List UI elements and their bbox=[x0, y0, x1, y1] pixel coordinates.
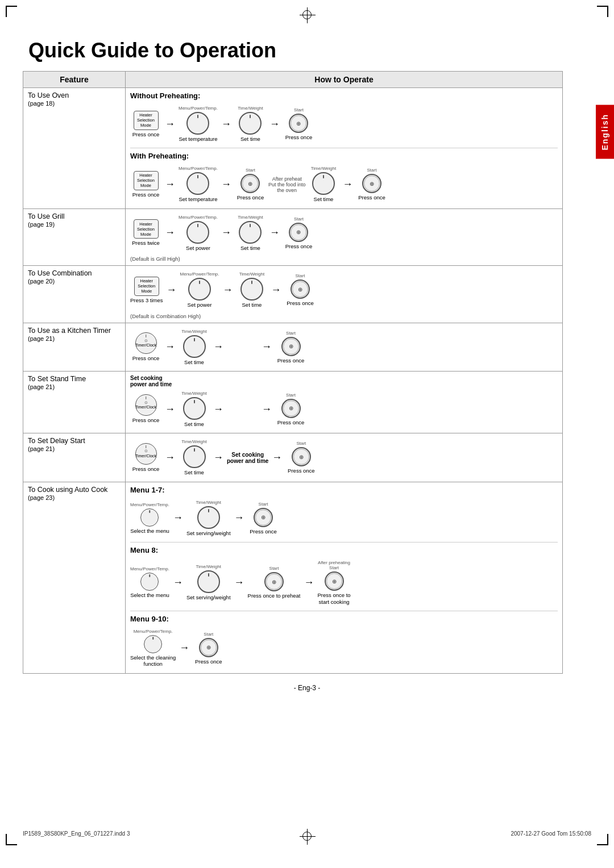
table-row: To Set Stand Time(page 21) Set cookingpo… bbox=[23, 371, 563, 433]
step-item: HeaterSelection Mode Press 3 times bbox=[130, 277, 163, 303]
arrow-icon: → bbox=[173, 577, 183, 589]
step-item: Time/Weight Set time bbox=[308, 166, 339, 202]
feature-cell: To Set Stand Time(page 21) bbox=[23, 371, 126, 433]
arrow-icon: → bbox=[221, 118, 231, 130]
language-tab: English bbox=[596, 105, 614, 159]
feature-cell: To Set Delay Start(page 21) bbox=[23, 433, 126, 482]
arrow-icon: → bbox=[165, 118, 175, 130]
arrow-icon: → bbox=[165, 403, 175, 415]
feature-page: (page 23) bbox=[28, 494, 55, 501]
feature-label: To Use Oven bbox=[28, 91, 69, 99]
step-item: Time/Weight Set time bbox=[179, 439, 210, 475]
page-title: Quick Guide to Operation bbox=[28, 39, 591, 62]
operation-cell: Menu 1-7: Menu/Power/Temp. Select the me… bbox=[126, 482, 563, 673]
feature-label: To Cook using Auto Cook bbox=[28, 486, 107, 494]
operation-cell: ⊙ Timer/Clock Press once → Time/Weight S… bbox=[126, 433, 563, 482]
feature-label: To Use as a Kitchen Timer bbox=[28, 327, 111, 335]
barcode-left bbox=[23, 17, 34, 34]
step-item: HeaterSelection Mode Press once bbox=[130, 111, 161, 137]
step-item: ⊙ Timer/Clock Press once bbox=[130, 332, 161, 361]
step-item: Menu/Power/Temp. Select the cleaningfunc… bbox=[130, 629, 176, 667]
table-row: To Use Combination(page 20) HeaterSelect… bbox=[23, 266, 563, 323]
arrow-icon: → bbox=[304, 577, 314, 589]
arrow-icon: → bbox=[262, 341, 272, 353]
feature-page: (page 18) bbox=[28, 100, 55, 107]
arrow-icon: → bbox=[165, 227, 175, 239]
arrow-icon: → bbox=[234, 512, 244, 524]
feature-cell: To Use as a Kitchen Timer(page 21) bbox=[23, 323, 126, 371]
col-feature-header: Feature bbox=[23, 72, 126, 88]
step-item: Start ⊕ Press once bbox=[235, 168, 266, 201]
arrow-icon: → bbox=[213, 452, 223, 464]
feature-page: (page 19) bbox=[28, 221, 55, 228]
feature-label: To Use Combination bbox=[28, 269, 92, 277]
step-item: Menu/Power/Temp. Select the menu bbox=[130, 566, 169, 598]
footer-bar: IP1589_38S80KP_Eng_06_071227.indd 3 2007… bbox=[23, 831, 591, 837]
table-row: To Cook using Auto Cook(page 23)Menu 1-7… bbox=[23, 482, 563, 673]
feature-page: (page 20) bbox=[28, 278, 55, 285]
footer-right: 2007-12-27 Good Tom 15:50:08 bbox=[511, 831, 591, 837]
operation-cell: Without Preheating: HeaterSelection Mode… bbox=[126, 88, 563, 209]
step-item: Start ⊕ Press once bbox=[248, 502, 279, 535]
step-item: Start ⊕ Press once bbox=[193, 632, 224, 665]
arrow-icon: → bbox=[165, 452, 175, 464]
footer-left: IP1589_38S80KP_Eng_06_071227.indd 3 bbox=[23, 831, 130, 837]
main-content: English Feature How to Operate To Use Ov… bbox=[23, 71, 591, 674]
step-item: Start ⊕ Press once bbox=[283, 107, 314, 140]
step-item: Start ⊕ Press once bbox=[285, 441, 317, 474]
guide-table: Feature How to Operate To Use Oven(page … bbox=[23, 71, 563, 674]
feature-cell: To Cook using Auto Cook(page 23) bbox=[23, 482, 126, 673]
arrow-icon: → bbox=[269, 227, 280, 239]
step-item: After preheatingStart ⊕ Press once tosta… bbox=[318, 560, 351, 605]
step-item: Start ⊕ Press once bbox=[283, 216, 314, 249]
feature-page: (page 21) bbox=[28, 383, 55, 390]
table-row: To Use Oven(page 18)Without Preheating: … bbox=[23, 88, 563, 209]
step-item: ⊙ Timer/Clock Press once bbox=[130, 394, 161, 423]
step-item: Time/Weight Set serving/weight bbox=[186, 564, 231, 600]
operation-cell: Set cookingpower and time ⊙ Timer/Clock … bbox=[126, 371, 563, 433]
table-row: To Use as a Kitchen Timer(page 21) ⊙ Tim… bbox=[23, 323, 563, 371]
feature-page: (page 21) bbox=[28, 335, 55, 342]
feature-cell: To Use Grill(page 19) bbox=[23, 208, 126, 265]
step-item: Start ⊕ Press once bbox=[275, 393, 306, 425]
step-item: HeaterSelection Mode Press twice bbox=[130, 219, 161, 246]
arrow-icon: → bbox=[165, 178, 175, 190]
step-item: Time/Weight Set time bbox=[236, 272, 267, 308]
feature-label: To Set Delay Start bbox=[28, 437, 85, 445]
step-item: Set cookingpower and time bbox=[227, 452, 268, 464]
step-item: Menu/Power/Temp. Set power bbox=[179, 215, 218, 251]
arrow-icon: → bbox=[271, 284, 281, 296]
step-item: Start ⊕ Press once to preheat bbox=[248, 566, 301, 599]
arrow-icon: → bbox=[213, 403, 223, 415]
feature-label: To Use Grill bbox=[28, 212, 65, 220]
step-item: Menu/Power/Temp. Set temperature bbox=[179, 106, 218, 142]
step-item: Menu/Power/Temp. Set temperature bbox=[179, 166, 218, 202]
step-item: Start ⊕ Press once bbox=[356, 168, 387, 201]
section-label: Without Preheating: bbox=[130, 91, 558, 100]
step-item: ⊙ Timer/Clock Press once bbox=[130, 443, 161, 472]
arrow-icon: → bbox=[234, 577, 244, 589]
step-item: After preheatPut the food intothe oven bbox=[268, 176, 306, 193]
operation-cell: HeaterSelection Mode Press 3 times → Men… bbox=[126, 266, 563, 323]
arrow-icon: → bbox=[262, 403, 272, 415]
feature-cell: To Use Combination(page 20) bbox=[23, 266, 126, 323]
table-row: To Use Grill(page 19) HeaterSelection Mo… bbox=[23, 208, 563, 265]
section-label: Menu 8: bbox=[130, 546, 558, 554]
table-row: To Set Delay Start(page 21) ⊙ Timer/Cloc… bbox=[23, 433, 563, 482]
step-item: HeaterSelection Mode Press once bbox=[130, 171, 161, 198]
step-item: Time/Weight Set serving/weight bbox=[186, 500, 231, 536]
barcode-right bbox=[580, 17, 591, 34]
step-item: Time/Weight Set time bbox=[179, 391, 210, 427]
step-item: Time/Weight Set time bbox=[235, 215, 266, 251]
arrow-icon: → bbox=[167, 284, 177, 296]
feature-label: To Set Stand Time bbox=[28, 375, 86, 383]
section-label: With Preheating: bbox=[130, 152, 558, 160]
step-item: Start ⊕ Press once bbox=[284, 273, 316, 306]
footer-center: - Eng-3 - bbox=[23, 684, 591, 692]
col-how-header: How to Operate bbox=[126, 72, 563, 88]
step-item: Time/Weight Set time bbox=[179, 329, 210, 365]
section-label: Menu 1-7: bbox=[130, 486, 558, 494]
arrow-icon: → bbox=[173, 512, 183, 524]
arrow-icon: → bbox=[179, 642, 189, 654]
step-item: Menu/Power/Temp. Select the menu bbox=[130, 502, 169, 534]
